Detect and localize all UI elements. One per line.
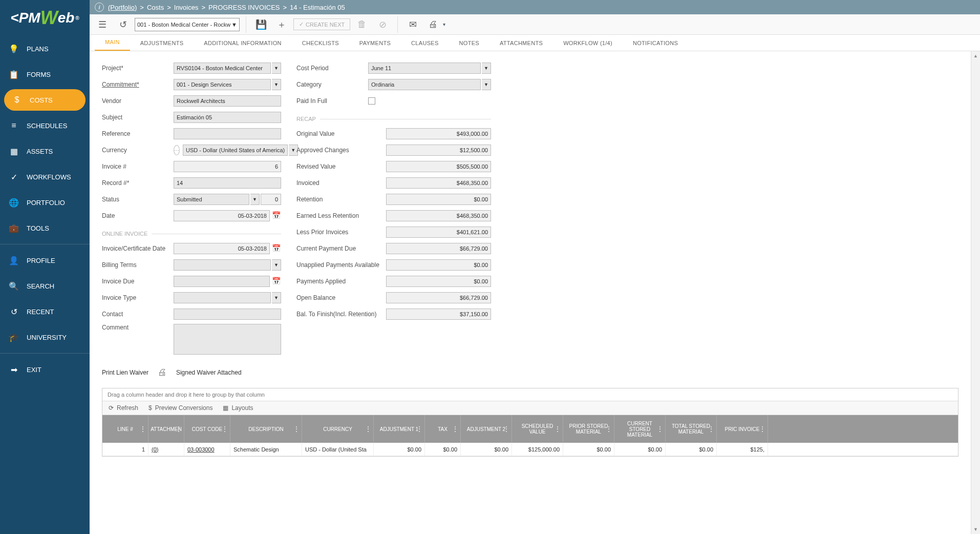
nav-schedules[interactable]: ≡SCHEDULES: [0, 113, 90, 138]
commitment-field[interactable]: 001 - Design Services: [174, 79, 271, 90]
tab-main[interactable]: MAIN: [95, 34, 130, 51]
billing-terms-field[interactable]: [174, 259, 271, 271]
project-selector[interactable]: 001 - Boston Medical Center - Rockw▼: [135, 18, 240, 31]
dropdown-arrow-icon[interactable]: ▼: [272, 292, 281, 303]
nav-costs[interactable]: $COSTS: [4, 89, 86, 111]
preview-conversions-button[interactable]: $Preview Conversions: [148, 404, 212, 412]
column-menu-icon[interactable]: ⋮: [503, 425, 509, 433]
tab-attachments[interactable]: ATTACHMENTS: [489, 35, 553, 51]
nav-tools[interactable]: 💼TOOLS: [0, 215, 90, 241]
column-header[interactable]: DESCRIPTION⋮: [230, 415, 302, 443]
column-menu-icon[interactable]: ⋮: [606, 425, 612, 433]
dropdown-arrow-icon[interactable]: ▼: [482, 63, 491, 74]
column-menu-icon[interactable]: ⋮: [176, 425, 182, 433]
column-menu-icon[interactable]: ⋮: [452, 425, 458, 433]
dropdown-arrow-icon[interactable]: ▼: [272, 79, 281, 90]
dropdown-arrow-icon[interactable]: ▼: [272, 259, 281, 271]
nav-exit[interactable]: ➡EXIT: [0, 357, 90, 382]
tab-checklists[interactable]: CHECKLISTS: [292, 35, 349, 51]
delete-icon[interactable]: 🗑: [353, 17, 371, 32]
record-no-field[interactable]: 14: [174, 177, 281, 189]
commitment-label[interactable]: Commitment*: [102, 81, 174, 88]
nav-portfolio[interactable]: 🌐PORTFOLIO: [0, 190, 90, 215]
tab-additional-information[interactable]: ADDITIONAL INFORMATION: [194, 35, 291, 51]
nav-profile[interactable]: 👤PROFILE: [0, 248, 90, 273]
column-header[interactable]: TOTAL STORED MATERIAL⋮: [666, 415, 717, 443]
nav-plans[interactable]: 💡PLANS: [0, 36, 90, 61]
invoice-due-field[interactable]: [174, 276, 270, 287]
column-menu-icon[interactable]: ⋮: [140, 425, 146, 433]
category-field[interactable]: Ordinaria: [368, 79, 481, 90]
date-field[interactable]: 05-03-2018: [174, 210, 270, 221]
invoice-no-field[interactable]: 6: [174, 161, 281, 172]
column-header[interactable]: TAX⋮: [425, 415, 461, 443]
reference-field[interactable]: [174, 128, 281, 139]
tab-notes[interactable]: NOTES: [449, 35, 489, 51]
tab-notifications[interactable]: NOTIFICATIONS: [623, 35, 688, 51]
nav-university[interactable]: 🎓UNIVERSITY: [0, 324, 90, 350]
column-header[interactable]: CURRENT STORED MATERIAL⋮: [614, 415, 666, 443]
print-icon[interactable]: 🖨: [158, 367, 167, 378]
vendor-field[interactable]: Rockwell Architects: [174, 95, 281, 107]
table-row[interactable]: 1(0)03-003000Schematic DesignUSD - Dolla…: [102, 443, 958, 456]
status-extra-field[interactable]: 0: [261, 194, 281, 205]
add-icon[interactable]: ＋: [273, 17, 290, 32]
dropdown-arrow-icon[interactable]: ▼: [272, 63, 281, 74]
column-header[interactable]: ADJUSTMENT 1⋮: [374, 415, 425, 443]
mail-icon[interactable]: ✉: [404, 17, 421, 32]
dropdown-arrow-icon[interactable]: ▼: [250, 194, 260, 205]
nav-assets[interactable]: ▦ASSETS: [0, 138, 90, 164]
grid-group-bar[interactable]: Drag a column header and drop it here to…: [102, 388, 958, 401]
invoice-type-field[interactable]: [174, 292, 271, 303]
status-field[interactable]: Submitted: [174, 194, 249, 205]
column-header[interactable]: PRIC INVOICE⋮: [717, 415, 768, 443]
column-header[interactable]: ADJUSTMENT 2⋮: [461, 415, 512, 443]
comment-field[interactable]: [174, 324, 281, 355]
nav-search[interactable]: 🔍SEARCH: [0, 273, 90, 299]
layouts-button[interactable]: ▦Layouts: [223, 404, 253, 412]
breadcrumb-link[interactable]: (Portfolio): [108, 4, 137, 11]
column-header[interactable]: ATTACHMEN⋮: [148, 415, 184, 443]
tab-workflow-1-4-[interactable]: WORKFLOW (1/4): [553, 35, 623, 51]
list-icon[interactable]: ☰: [94, 17, 111, 32]
print-icon[interactable]: 🖨: [424, 17, 442, 32]
column-menu-icon[interactable]: ⋮: [555, 425, 561, 433]
dropdown-arrow-icon[interactable]: ▼: [482, 79, 491, 90]
calendar-icon[interactable]: 📅: [272, 277, 281, 286]
paid-full-checkbox[interactable]: [368, 97, 375, 105]
refresh-button[interactable]: ⟳Refresh: [109, 404, 138, 412]
tab-adjustments[interactable]: ADJUSTMENTS: [130, 35, 194, 51]
column-header[interactable]: SCHEDULED VALUE⋮: [512, 415, 563, 443]
vertical-scrollbar[interactable]: [971, 51, 980, 534]
block-icon[interactable]: ⊘: [374, 17, 391, 32]
column-menu-icon[interactable]: ⋮: [365, 425, 371, 433]
calendar-icon[interactable]: 📅: [272, 211, 281, 220]
column-menu-icon[interactable]: ⋮: [293, 425, 300, 433]
column-menu-icon[interactable]: ⋮: [708, 425, 714, 433]
column-menu-icon[interactable]: ⋮: [416, 425, 422, 433]
nav-workflows[interactable]: ✓WORKFLOWS: [0, 164, 90, 190]
cert-date-field[interactable]: 05-03-2018: [174, 243, 270, 254]
column-header[interactable]: LINE #⋮: [102, 415, 148, 443]
history-icon[interactable]: ↺: [114, 17, 132, 32]
nav-forms[interactable]: 📋FORMS: [0, 61, 90, 87]
cost-period-field[interactable]: June 11: [368, 63, 481, 74]
project-field[interactable]: RVS0104 - Boston Medical Center: [174, 63, 271, 74]
tab-payments[interactable]: PAYMENTS: [349, 35, 401, 51]
column-menu-icon[interactable]: ⋮: [759, 425, 765, 433]
column-header[interactable]: COST CODE⋮: [184, 415, 230, 443]
column-header[interactable]: CURRENCY⋮: [302, 415, 374, 443]
column-menu-icon[interactable]: ⋮: [222, 425, 228, 433]
form-scroll-area[interactable]: Project* RVS0104 - Boston Medical Center…: [90, 51, 971, 534]
calendar-icon[interactable]: 📅: [272, 244, 281, 253]
more-icon[interactable]: ⋯: [174, 145, 180, 155]
contact-field[interactable]: [174, 309, 281, 320]
currency-field[interactable]: USD - Dollar (United States of America): [183, 145, 288, 156]
column-menu-icon[interactable]: ⋮: [657, 425, 663, 433]
create-next-button[interactable]: ✓ CREATE NEXT: [293, 18, 350, 30]
info-icon[interactable]: i: [95, 3, 104, 12]
subject-field[interactable]: Estimación 05: [174, 112, 281, 123]
column-header[interactable]: PRIOR STORED MATERIAL⋮: [563, 415, 614, 443]
tab-clauses[interactable]: CLAUSES: [401, 35, 449, 51]
print-dropdown-arrow[interactable]: ▾: [443, 22, 445, 27]
